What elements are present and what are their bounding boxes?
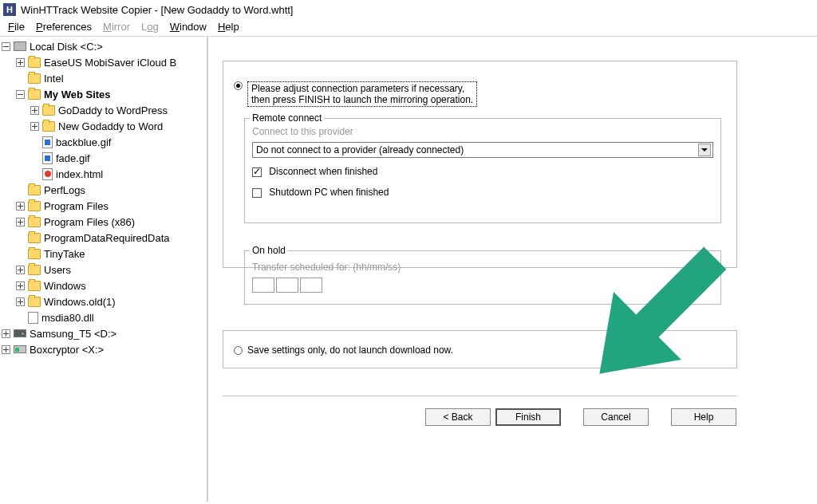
tree-item: Intel bbox=[2, 70, 207, 86]
menu-preferences[interactable]: Preferences bbox=[36, 21, 92, 33]
label-shutdown: Shutdown PC when finished bbox=[269, 187, 389, 198]
tree-item: Windows.old(1) bbox=[2, 293, 207, 309]
gif-icon bbox=[42, 152, 53, 164]
folder-icon bbox=[28, 281, 41, 291]
html-icon bbox=[42, 168, 53, 180]
tree-item: Windows bbox=[2, 278, 207, 293]
folder-tree[interactable]: Local Disk <C:> EaseUS MobiSaver iCloud … bbox=[0, 37, 208, 502]
cancel-button[interactable]: Cancel bbox=[583, 408, 649, 426]
input-mm[interactable] bbox=[276, 278, 298, 293]
instruction-text: Please adjust connection parameters if n… bbox=[247, 81, 477, 107]
menu-mirror[interactable]: Mirror bbox=[103, 21, 130, 33]
tree-item: GoDaddy to WordPress bbox=[2, 102, 207, 118]
radio-launch[interactable] bbox=[234, 81, 243, 90]
folder-icon bbox=[28, 57, 41, 68]
folder-icon bbox=[42, 105, 55, 116]
onhold-hint: Transfer scheduled for: (hh/mm/ss) bbox=[252, 262, 401, 273]
disk-icon bbox=[14, 41, 26, 51]
tree-root: Local Disk <C:> bbox=[2, 38, 207, 54]
window-title: WinHTTrack Website Copier - [New Godaddy… bbox=[21, 4, 293, 16]
gif-icon bbox=[42, 136, 53, 148]
menu-help[interactable]: Help bbox=[218, 21, 239, 33]
folder-icon bbox=[28, 217, 41, 227]
onhold-legend: On hold bbox=[250, 245, 288, 256]
tree-item: ProgramDataRequiredData bbox=[2, 230, 207, 246]
app-icon: H bbox=[3, 3, 16, 16]
folder-icon bbox=[28, 233, 41, 243]
tree-item: Boxcryptor <X:> bbox=[2, 341, 207, 357]
dll-icon bbox=[28, 312, 38, 324]
tree-item: fade.gif bbox=[2, 150, 207, 166]
menu-bar: File Preferences Mirror Log Window Help bbox=[0, 19, 817, 36]
tree-item: Program Files (x86) bbox=[2, 214, 207, 230]
label-disconnect: Disconnect when finished bbox=[269, 166, 377, 177]
tree-item: Users bbox=[2, 262, 207, 278]
drive-icon bbox=[14, 345, 26, 353]
folder-icon bbox=[28, 201, 41, 211]
menu-window[interactable]: Window bbox=[170, 21, 207, 33]
tree-item: EaseUS MobiSaver iCloud B bbox=[2, 54, 207, 70]
tree-item: backblue.gif bbox=[2, 134, 207, 150]
folder-icon bbox=[28, 89, 41, 100]
tree-item: Program Files bbox=[2, 198, 207, 214]
menu-log[interactable]: Log bbox=[141, 21, 159, 33]
tree-item: Samsung_T5 <D:> bbox=[2, 325, 207, 341]
remote-hint: Connect to this provider bbox=[252, 126, 353, 137]
tree-item: New Godaddy to Word bbox=[2, 118, 207, 134]
remote-legend: Remote connect bbox=[250, 112, 324, 124]
tree-item: index.html bbox=[2, 166, 207, 182]
folder-icon bbox=[28, 297, 41, 307]
checkbox-disconnect[interactable] bbox=[252, 167, 262, 177]
wizard-panel: Please adjust connection parameters if n… bbox=[208, 37, 817, 502]
tree-item-selected: My Web Sites bbox=[2, 86, 207, 102]
title-bar: H WinHTTrack Website Copier - [New Godad… bbox=[0, 0, 817, 19]
drive-icon bbox=[14, 329, 26, 337]
folder-icon bbox=[28, 73, 41, 84]
separator bbox=[223, 396, 737, 396]
radio-save-only[interactable] bbox=[234, 346, 243, 355]
chevron-down-icon bbox=[698, 144, 711, 156]
folder-icon bbox=[42, 121, 55, 132]
label-save-only: Save settings only, do not launch downlo… bbox=[247, 345, 453, 356]
tree-item: msdia80.dll bbox=[2, 309, 207, 325]
finish-button[interactable]: Finish bbox=[495, 408, 561, 426]
provider-value: Do not connect to a provider (already co… bbox=[256, 144, 464, 156]
provider-select[interactable]: Do not connect to a provider (already co… bbox=[252, 142, 713, 158]
checkbox-shutdown[interactable] bbox=[252, 188, 262, 198]
tree-item: TinyTake bbox=[2, 246, 207, 262]
back-button[interactable]: < Back bbox=[425, 408, 491, 426]
tree-item: PerfLogs bbox=[2, 182, 207, 198]
help-button[interactable]: Help bbox=[671, 408, 736, 426]
menu-file[interactable]: File bbox=[8, 21, 25, 33]
folder-icon bbox=[28, 265, 41, 275]
input-ss[interactable] bbox=[300, 278, 322, 293]
input-hh[interactable] bbox=[252, 278, 274, 293]
folder-icon bbox=[28, 249, 41, 259]
folder-icon bbox=[28, 185, 41, 195]
